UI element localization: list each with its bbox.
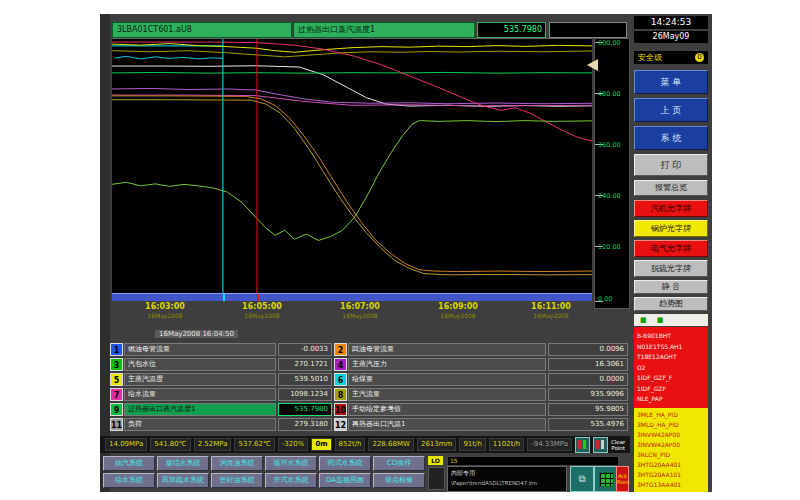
trend-window: 3LBA01CT601.aU8 过热器出口蒸汽温度1 535.7980 16:0… bbox=[100, 14, 712, 492]
pen-value: 535.7980 bbox=[278, 403, 332, 416]
pen-value: 0.0000 bbox=[548, 373, 628, 386]
nav-button[interactable]: 润滑油系统 bbox=[211, 456, 263, 471]
x-tick-date: 16May2008 bbox=[511, 312, 591, 319]
pen-label[interactable]: 手动给定参考值 bbox=[348, 403, 546, 416]
alarm-tag[interactable]: NLE_PAP bbox=[637, 394, 708, 405]
alarm-tag[interactable]: T18E12AGHT bbox=[637, 352, 708, 363]
pen-label[interactable]: 主汽流量 bbox=[348, 388, 546, 401]
alarm-tag[interactable]: 3INVW42AP00 bbox=[637, 440, 708, 450]
pen-icon bbox=[578, 440, 581, 449]
x-tick-time: 16:11:00 bbox=[511, 302, 591, 311]
pen-number: 4 bbox=[334, 358, 347, 371]
mute-button[interactable]: 静 音 bbox=[634, 280, 708, 294]
link-tool-button[interactable]: ⧉ bbox=[570, 466, 594, 492]
x-tick-time: 16:03:00 bbox=[125, 302, 205, 311]
x-tick: 16:03:00 16May2008 bbox=[125, 302, 205, 319]
alarm-tag[interactable]: 3MLE_HA_PID bbox=[637, 410, 708, 420]
pen-label[interactable]: 回油母管流量 bbox=[348, 343, 546, 356]
prev-page-button[interactable]: 上 页 bbox=[634, 98, 708, 122]
nav-button[interactable]: 循环水系统 bbox=[265, 456, 317, 471]
alarm-overview-button[interactable]: 报警总览 bbox=[634, 180, 708, 196]
alarm-tag[interactable]: 3MLD_HA_PID bbox=[637, 420, 708, 430]
current-value-pointer-icon bbox=[587, 59, 598, 71]
alarm-mark-icon: ■ bbox=[640, 316, 647, 324]
pen-label[interactable]: 主蒸汽温度 bbox=[124, 373, 276, 386]
nav-button[interactable]: 高加疏水系统 bbox=[157, 473, 209, 488]
cursor-red-ribbon-mark[interactable] bbox=[257, 294, 259, 301]
active-alarm-list-red[interactable]: B-B901BHT N01E1TSS.AH1 T18E12AGHT O2 1ID… bbox=[634, 327, 708, 408]
pen-number: 8 bbox=[334, 388, 347, 401]
pen-label[interactable]: 再热器出口汽温1 bbox=[348, 418, 546, 431]
alarm-tag[interactable]: 3RLCN_PID bbox=[637, 450, 708, 460]
alarm-tag[interactable]: B-B901BHT bbox=[637, 331, 708, 342]
alarm-tag[interactable]: 3INVW42AP00 bbox=[637, 430, 708, 440]
print-button[interactable]: 打 印 bbox=[634, 154, 708, 176]
time-axis-ribbon[interactable] bbox=[112, 293, 592, 301]
y-label: 240.00 bbox=[598, 192, 621, 200]
clear-point-label[interactable]: ClearPoint bbox=[611, 439, 625, 451]
turbine-annunciator-button[interactable]: 汽机光字牌 bbox=[634, 200, 708, 217]
pen-value: 95.9805 bbox=[548, 403, 628, 416]
pen-number: 12 bbox=[334, 418, 347, 431]
nav-row-1: 抽汽系统 凝结水系统 润滑油系统 循环水系统 闭式水系统 CO操作 bbox=[103, 456, 425, 471]
pen-value: 270.1721 bbox=[278, 358, 332, 371]
screen: 3LBA01CT601.aU8 过热器出口蒸汽温度1 535.7980 16:0… bbox=[0, 0, 800, 500]
electrical-annunciator-button[interactable]: 电气光字牌 bbox=[634, 240, 708, 257]
link-icon: ⧉ bbox=[578, 474, 585, 484]
pen-label[interactable]: 给水流量 bbox=[124, 388, 276, 401]
ack-point-button[interactable]: AckPoint bbox=[616, 466, 629, 492]
x-tick: 16:05:00 16May2008 bbox=[222, 302, 302, 319]
alarm-tag[interactable]: 3HTG20AA401 bbox=[637, 460, 708, 470]
table-row: 1 燃油母管流量 -0.0033 bbox=[110, 343, 332, 356]
nav-button[interactable]: 闭式水系统 bbox=[319, 456, 371, 471]
pen-number: 5 bbox=[110, 373, 123, 386]
nav-button[interactable]: 抽汽系统 bbox=[103, 456, 155, 471]
nav-button[interactable]: 凝结水系统 bbox=[157, 456, 209, 471]
active-alarm-list-yellow[interactable]: 3MLE_HA_PID 3MLD_HA_PID 3INVW42AP00 3INV… bbox=[634, 408, 708, 492]
pen-label[interactable]: 燃油母管流量 bbox=[124, 343, 276, 356]
table-row: 3 汽包水位 270.1721 bbox=[110, 358, 332, 371]
trend-file-info: 内部专用 \Paper\trendASDL\TREND47.trn bbox=[447, 466, 567, 492]
selected-pen-description-field[interactable]: 过热器出口蒸汽温度1 bbox=[293, 22, 475, 38]
table-row: 12 再热器出口汽温1 535.4976 bbox=[334, 418, 628, 431]
nav-button[interactable]: DA监视画面 bbox=[319, 473, 371, 488]
trend-chart-button[interactable]: 趋势图 bbox=[634, 297, 708, 311]
cursor-cyan-ribbon-mark[interactable] bbox=[223, 294, 225, 301]
safety-level-badge: 0 bbox=[695, 53, 704, 62]
pen-select-button[interactable] bbox=[575, 437, 590, 453]
alarm-tag[interactable]: 3HTG20AA101 bbox=[637, 470, 708, 480]
system-button[interactable]: 系 统 bbox=[634, 126, 708, 150]
fgd-annunciator-button[interactable]: 脱硫光字牌 bbox=[634, 260, 708, 277]
nav-button[interactable]: 密封油系统 bbox=[211, 473, 263, 488]
nav-button[interactable]: 疑点检修 bbox=[373, 473, 425, 488]
status-value: 228.68MW bbox=[368, 438, 413, 451]
nav-row-2: 给水系统 高加疏水系统 密封油系统 开式水系统 DA监视画面 疑点检修 bbox=[103, 473, 425, 488]
pen-value: 539.5010 bbox=[278, 373, 332, 386]
boiler-annunciator-button[interactable]: 锅炉光字牌 bbox=[634, 220, 708, 237]
pen-label[interactable]: 过热器出口蒸汽温度1 bbox=[124, 403, 276, 416]
pen-label[interactable]: 主蒸汽压力 bbox=[348, 358, 546, 371]
alarm-tag[interactable]: O2 bbox=[637, 363, 708, 374]
command-strip-input[interactable]: 15 bbox=[447, 456, 619, 466]
status-value: 2613mm bbox=[417, 438, 456, 451]
pen-value: -0.0033 bbox=[278, 343, 332, 356]
pen-select-button[interactable] bbox=[593, 437, 608, 453]
alarm-tag[interactable]: 1IDF_GZF_F bbox=[637, 373, 708, 384]
status-value: 91t/h bbox=[459, 438, 485, 451]
alarm-tag[interactable]: N01E1TSS.AH1 bbox=[637, 342, 708, 353]
nav-button[interactable]: 给水系统 bbox=[103, 473, 155, 488]
selected-pen-tag-field[interactable]: 3LBA01CT601.aU8 bbox=[112, 22, 292, 38]
pen-number: 11 bbox=[110, 418, 123, 431]
grid-tool-button[interactable] bbox=[594, 466, 618, 492]
pen-label[interactable]: 汽包水位 bbox=[124, 358, 276, 371]
pen-label[interactable]: 给煤量 bbox=[348, 373, 546, 386]
nav-button[interactable]: CO操作 bbox=[373, 456, 425, 471]
alarm-tag[interactable]: 3HTG13AA401 bbox=[637, 480, 708, 490]
alarm-tag[interactable]: 1IDF_GZF bbox=[637, 384, 708, 395]
pen-label[interactable]: 负荷 bbox=[124, 418, 276, 431]
table-row: 2 回油母管流量 0.0096 bbox=[334, 343, 628, 356]
nav-button[interactable]: 开式水系统 bbox=[265, 473, 317, 488]
trend-plot-area[interactable] bbox=[112, 38, 592, 294]
menu-button[interactable]: 菜 单 bbox=[634, 70, 708, 94]
table-timestamp: 16May2008 16:04:50 bbox=[155, 330, 238, 338]
